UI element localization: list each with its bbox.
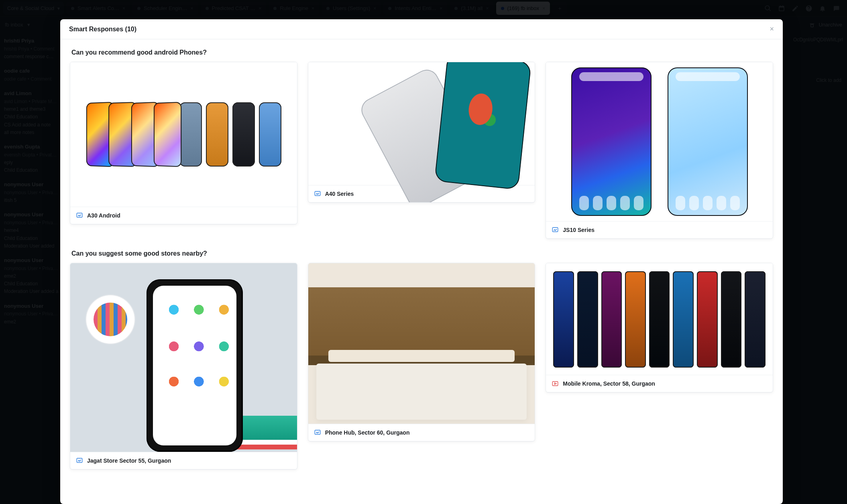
card-label: JS10 Series xyxy=(563,227,595,233)
card-label: Jagat Store Sector 55, Gurgaon xyxy=(87,457,171,464)
video-icon xyxy=(552,380,559,387)
section-title: Can you suggest some good stores nearby? xyxy=(71,250,772,257)
section-title: Can you recommend good android Phones? xyxy=(71,49,772,56)
card-label: A40 Series xyxy=(325,191,354,197)
response-card-a30[interactable]: A30 Android xyxy=(70,62,297,224)
image-icon xyxy=(314,190,321,197)
image-icon xyxy=(76,212,83,219)
svg-rect-4 xyxy=(315,430,320,435)
card-label-row: Phone Hub, Sector 60, Gurgaon xyxy=(308,424,535,441)
modal-header: Smart Responses (10) × xyxy=(60,19,783,39)
card-image xyxy=(308,263,535,424)
card-image xyxy=(546,263,773,375)
svg-rect-2 xyxy=(553,228,558,232)
response-card-jagat[interactable]: Jagat Store Sector 55, Gurgaon xyxy=(70,263,297,469)
response-card-phone-hub[interactable]: Phone Hub, Sector 60, Gurgaon xyxy=(308,263,535,441)
svg-rect-0 xyxy=(77,213,82,217)
response-card-a40[interactable]: A40 Series xyxy=(308,62,535,203)
card-label: Phone Hub, Sector 60, Gurgaon xyxy=(325,429,410,436)
card-image xyxy=(546,62,773,221)
card-label: A30 Android xyxy=(87,212,120,219)
smart-responses-modal: Smart Responses (10) × Can you recommend… xyxy=(60,19,783,504)
response-card-kroma[interactable]: Mobile Kroma, Sector 58, Gurgaon xyxy=(546,263,773,392)
card-image xyxy=(70,263,297,452)
card-label: Mobile Kroma, Sector 58, Gurgaon xyxy=(563,380,655,387)
card-image xyxy=(308,62,535,185)
image-icon xyxy=(314,429,321,436)
svg-rect-1 xyxy=(315,191,320,196)
image-icon xyxy=(552,226,559,234)
image-icon xyxy=(76,457,83,464)
card-label-row: A30 Android xyxy=(70,207,297,224)
response-card-js10[interactable]: JS10 Series xyxy=(546,62,773,239)
cards-row: Jagat Store Sector 55, Gurgaon Phone Hub… xyxy=(70,263,773,469)
cards-row: A30 Android A40 Series xyxy=(70,62,773,239)
card-label-row: Mobile Kroma, Sector 58, Gurgaon xyxy=(546,375,773,392)
card-label-row: JS10 Series xyxy=(546,221,773,238)
close-button[interactable]: × xyxy=(770,25,774,33)
card-image xyxy=(70,62,297,207)
modal-title: Smart Responses (10) xyxy=(69,26,136,33)
card-label-row: Jagat Store Sector 55, Gurgaon xyxy=(70,452,297,469)
svg-rect-3 xyxy=(77,458,82,463)
svg-rect-5 xyxy=(553,382,558,386)
modal-body: Can you recommend good android Phones? A… xyxy=(60,39,783,479)
